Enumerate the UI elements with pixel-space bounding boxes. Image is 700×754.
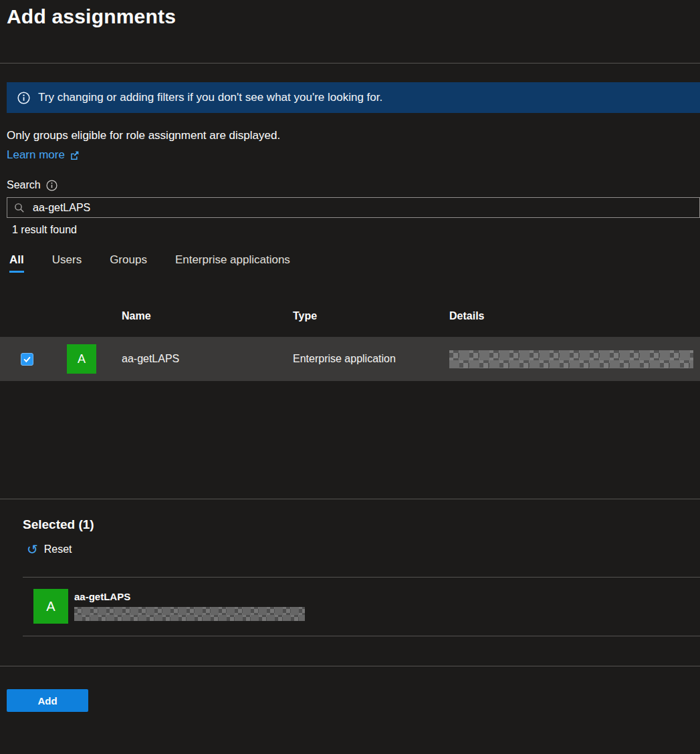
result-count: 1 result found [12, 224, 693, 236]
selected-item[interactable]: A aa-getLAPS [23, 578, 700, 636]
avatar: A [33, 589, 68, 624]
undo-icon: ↺ [27, 543, 38, 556]
info-icon[interactable] [46, 180, 57, 191]
checkmark-icon [23, 355, 31, 364]
info-icon [17, 92, 30, 104]
redacted-details [74, 607, 305, 621]
tab-users[interactable]: Users [52, 253, 82, 273]
selected-section: Selected (1) ↺ Reset A aa-getLAPS [0, 517, 700, 636]
row-checkbox-checked[interactable] [21, 353, 33, 366]
divider [0, 666, 700, 666]
external-link-icon[interactable] [70, 150, 80, 160]
search-box[interactable] [7, 197, 700, 218]
page-title: Add assignments [7, 5, 693, 28]
divider [0, 63, 700, 64]
divider [0, 499, 700, 499]
search-icon [14, 203, 25, 213]
redacted-details [449, 350, 693, 368]
checkbox-cell [0, 353, 53, 366]
search-input[interactable] [33, 202, 694, 214]
column-header-details: Details [449, 310, 700, 322]
add-button[interactable]: Add [7, 689, 88, 712]
table-header: Name Type Details [0, 303, 700, 329]
tab-groups[interactable]: Groups [110, 253, 147, 273]
row-name: aa-getLAPS [122, 353, 293, 365]
search-label-row: Search [7, 179, 693, 191]
tab-enterprise-applications[interactable]: Enterprise applications [175, 253, 290, 273]
reset-button[interactable]: ↺ Reset [27, 543, 72, 556]
selected-item-name: aa-getLAPS [74, 591, 305, 602]
reset-label: Reset [44, 543, 72, 555]
avatar-cell: A [53, 344, 122, 374]
selected-item-body: aa-getLAPS [74, 589, 305, 621]
table-row[interactable]: A aa-getLAPS Enterprise application [0, 337, 700, 381]
divider [23, 636, 700, 636]
column-header-type: Type [293, 310, 449, 322]
row-type: Enterprise application [293, 353, 449, 365]
learn-more-row: Learn more [7, 148, 693, 162]
avatar: A [67, 344, 96, 374]
banner-text: Try changing or adding filters if you do… [38, 91, 382, 104]
notice-text: Only groups eligible for role assignment… [7, 129, 693, 142]
learn-more-link[interactable]: Learn more [7, 148, 65, 162]
tab-all[interactable]: All [9, 253, 24, 273]
info-banner: Try changing or adding filters if you do… [7, 82, 700, 113]
column-header-name: Name [122, 310, 293, 322]
tab-bar: All Users Groups Enterprise applications [9, 253, 693, 273]
table-empty-space [0, 381, 700, 499]
selected-title: Selected (1) [23, 517, 700, 532]
search-label: Search [7, 179, 41, 191]
